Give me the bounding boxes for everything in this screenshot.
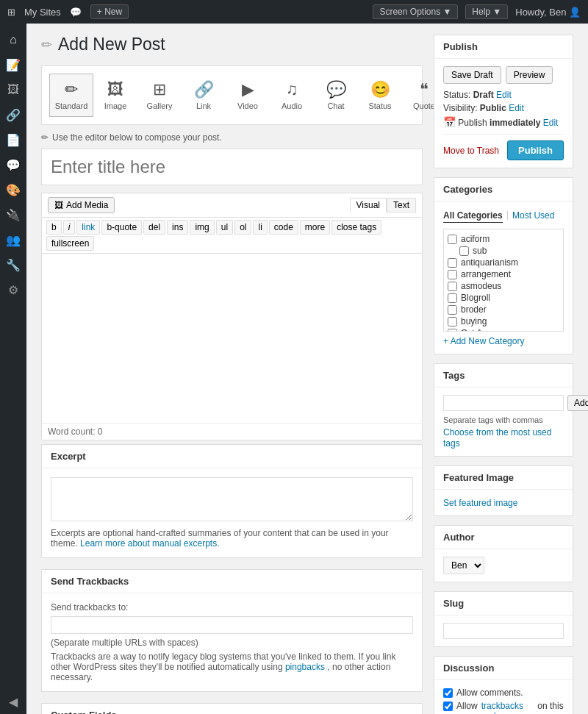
admin-bar-comments[interactable]: 💬 <box>70 7 82 18</box>
preview-btn[interactable]: Preview <box>506 66 553 84</box>
format-standard[interactable]: ✏ Standard <box>49 74 93 117</box>
visual-tab[interactable]: Visual <box>350 198 387 213</box>
fmt-img[interactable]: img <box>190 220 214 235</box>
set-featured-image-link[interactable]: Set featured image <box>443 498 517 508</box>
fmt-more[interactable]: more <box>300 220 330 235</box>
format-box: ✏ Standard 🖼 Image ⊞ Gallery 🔗 Link ▶ <box>41 65 423 125</box>
cat-checkbox-buying[interactable] <box>448 317 457 326</box>
slug-content <box>434 615 573 646</box>
cat-item-broder: broder <box>448 304 559 315</box>
cat-tab-all[interactable]: All Categories <box>443 209 503 223</box>
admin-bar-new-btn[interactable]: + New <box>90 4 129 19</box>
fmt-ol[interactable]: ol <box>234 220 251 235</box>
text-tab[interactable]: Text <box>387 198 416 213</box>
excerpt-header[interactable]: Excerpt <box>42 445 422 468</box>
sidebar-icon-media[interactable]: 🖼 <box>0 77 26 102</box>
format-gallery[interactable]: ⊞ Gallery <box>137 74 182 117</box>
sidebar-icon-pages[interactable]: 📄 <box>0 127 26 152</box>
tags-header[interactable]: Tags <box>434 364 573 388</box>
fmt-code[interactable]: code <box>269 220 298 235</box>
fmt-bquote[interactable]: b-quote <box>101 220 142 235</box>
save-draft-btn[interactable]: Save Draft <box>443 66 501 84</box>
fmt-link[interactable]: link <box>76 220 100 235</box>
trackbacks-header[interactable]: Send Trackbacks <box>42 570 422 593</box>
discussion-header[interactable]: Discussion <box>434 657 573 680</box>
sidebar-icon-collapse[interactable]: ◀ <box>0 689 26 714</box>
sidebar-icon-tools[interactable]: 🔧 <box>0 252 26 277</box>
move-trash-link[interactable]: Move to Trash <box>443 146 499 156</box>
add-media-btn[interactable]: 🖼 Add Media <box>48 197 115 213</box>
cat-checkbox-asmodeus[interactable] <box>448 282 457 291</box>
add-tag-btn[interactable]: Add <box>567 395 588 411</box>
custom-fields-box: Custom Fields Add New Custom Field: Name… <box>41 703 423 714</box>
sidebar-icon-users[interactable]: 👥 <box>0 227 26 252</box>
sidebar-icon-settings[interactable]: ⚙ <box>0 277 26 302</box>
discussion-trackbacks-checkbox[interactable] <box>443 701 453 711</box>
trackback-urls-input[interactable] <box>51 616 413 634</box>
cat-label-arrangement: arrangement <box>461 269 511 279</box>
author-select[interactable]: Ben <box>443 557 484 574</box>
cat-checkbox-antiquarianism[interactable] <box>448 258 457 268</box>
cat-checkbox-broder[interactable] <box>448 305 457 315</box>
sidebar-icon-links[interactable]: 🔗 <box>0 102 26 127</box>
cat-tab-most-used[interactable]: Most Used <box>512 209 554 223</box>
publish-status-edit-link[interactable]: Edit <box>496 90 512 100</box>
discussion-comments-checkbox[interactable] <box>443 688 453 698</box>
excerpt-textarea[interactable] <box>51 477 413 521</box>
fmt-close-tags[interactable]: close tags <box>331 220 381 235</box>
slug-input[interactable] <box>443 623 564 639</box>
word-count-label: Word count: <box>48 426 95 437</box>
publish-btn[interactable]: Publish <box>507 140 564 160</box>
publish-header[interactable]: Publish <box>434 35 573 59</box>
sidebar-icon-appearance[interactable]: 🎨 <box>0 177 26 202</box>
publish-status-value: Draft <box>473 90 494 100</box>
sidebar-icon-posts[interactable]: 📝 <box>0 52 26 77</box>
author-header[interactable]: Author <box>434 526 573 549</box>
sidebar-icon-plugins[interactable]: 🔌 <box>0 202 26 227</box>
format-video[interactable]: ▶ Video <box>226 74 270 117</box>
excerpt-hint-link[interactable]: Learn more about manual excerpts. <box>80 538 219 549</box>
cat-checkbox-cata[interactable] <box>448 329 457 332</box>
categories-header[interactable]: Categories <box>434 178 573 201</box>
format-video-label: Video <box>237 101 258 110</box>
cat-checkbox-sub[interactable] <box>459 246 469 256</box>
add-new-category-link[interactable]: + Add New Category <box>443 336 524 346</box>
admin-bar-logo[interactable]: ⊞ <box>7 7 15 18</box>
sidebar-icon-comments[interactable]: 💬 <box>0 152 26 177</box>
fmt-ins[interactable]: ins <box>167 220 188 235</box>
admin-bar-my-sites[interactable]: My Sites <box>24 7 61 18</box>
fmt-ul[interactable]: ul <box>216 220 233 235</box>
publish-visibility-edit-link[interactable]: Edit <box>509 103 524 113</box>
fmt-italic[interactable]: i <box>63 220 76 235</box>
choose-tags-link[interactable]: Choose from the most used tags <box>443 427 551 449</box>
publish-time-edit-link[interactable]: Edit <box>543 118 559 128</box>
main-wrap: ✏ Add New Post ✏ Standard 🖼 Image ⊞ Gall… <box>26 24 588 714</box>
fmt-fullscreen[interactable]: fullscreen <box>46 236 94 251</box>
format-status[interactable]: 😊 Status <box>358 74 402 117</box>
pingbacks-link[interactable]: pingbacks <box>285 662 325 672</box>
custom-fields-header[interactable]: Custom Fields <box>42 704 422 714</box>
slug-header[interactable]: Slug <box>434 592 573 615</box>
editor-content[interactable] <box>42 254 422 423</box>
help-btn[interactable]: Help ▼ <box>465 4 508 19</box>
tags-input[interactable] <box>443 395 564 411</box>
fmt-del[interactable]: del <box>143 220 165 235</box>
cat-checkbox-aciform[interactable] <box>448 235 457 244</box>
cat-checkbox-arrangement[interactable] <box>448 270 457 279</box>
format-gallery-label: Gallery <box>147 101 173 110</box>
discussion-trackbacks-link[interactable]: trackbacks and pingbacks <box>481 701 534 714</box>
fmt-li[interactable]: li <box>253 220 267 235</box>
format-image[interactable]: 🖼 Image <box>93 74 137 117</box>
sidebar-icon-dashboard[interactable]: ⌂ <box>0 27 26 52</box>
post-title-input[interactable] <box>41 149 423 185</box>
cat-checkbox-blogroll[interactable] <box>448 293 457 303</box>
screen-options-btn[interactable]: Screen Options ▼ <box>373 4 458 19</box>
format-link[interactable]: 🔗 Link <box>182 74 226 117</box>
format-chat[interactable]: 💬 Chat <box>314 74 358 117</box>
format-image-icon: 🖼 <box>107 80 123 99</box>
fmt-bold[interactable]: b <box>46 220 62 235</box>
format-audio[interactable]: ♫ Audio <box>270 74 314 117</box>
featured-image-header[interactable]: Featured Image <box>434 466 573 490</box>
discussion-comments-label: Allow comments. <box>456 688 523 698</box>
publish-visibility-row: Visibility: Public Edit <box>443 103 564 113</box>
